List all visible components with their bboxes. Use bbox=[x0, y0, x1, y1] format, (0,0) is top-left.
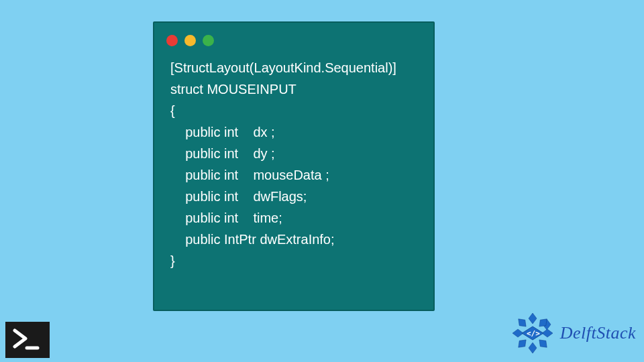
minimize-icon bbox=[184, 35, 196, 46]
maximize-icon bbox=[203, 35, 214, 46]
svg-marker-6 bbox=[529, 343, 537, 353]
code-block: [StructLayout(LayoutKind.Sequential)] st… bbox=[154, 52, 433, 288]
svg-marker-1 bbox=[529, 313, 537, 324]
window-traffic-lights bbox=[154, 23, 433, 52]
code-window: [StructLayout(LayoutKind.Sequential)] st… bbox=[153, 21, 435, 311]
delftstack-brand: </> DelftStack bbox=[509, 310, 636, 357]
close-icon bbox=[166, 35, 178, 46]
delftstack-brand-text: DelftStack bbox=[560, 323, 636, 343]
delftstack-logo-icon: </> bbox=[509, 310, 556, 357]
svg-text:</>: </> bbox=[527, 329, 540, 338]
svg-marker-7 bbox=[515, 337, 529, 351]
powershell-icon bbox=[5, 322, 50, 358]
svg-marker-5 bbox=[536, 337, 549, 351]
svg-marker-9 bbox=[515, 316, 529, 330]
